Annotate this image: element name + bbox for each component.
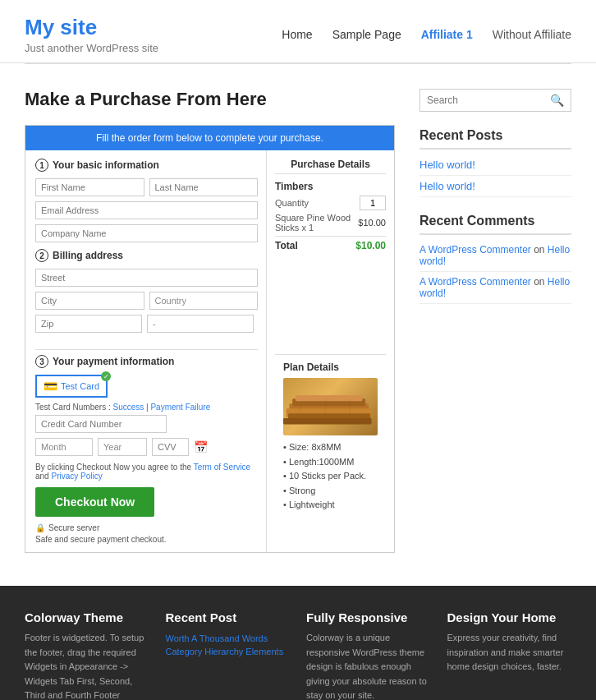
nav-sample-page[interactable]: Sample Page bbox=[332, 28, 401, 41]
privacy-link[interactable]: Privacy Policy bbox=[51, 472, 102, 481]
footer-link1[interactable]: Worth A Thousand Words bbox=[166, 633, 268, 643]
company-row bbox=[35, 224, 258, 242]
comment-author-1[interactable]: A WordPress Commenter bbox=[419, 244, 531, 256]
card-check-icon: ✓ bbox=[101, 371, 111, 381]
svg-rect-4 bbox=[296, 395, 363, 401]
step1-circle: 1 bbox=[35, 159, 48, 172]
zip-input[interactable] bbox=[35, 315, 142, 333]
section3-label: 3 Your payment information bbox=[35, 355, 258, 368]
city-input[interactable] bbox=[35, 292, 144, 310]
footer-link2[interactable]: Category Hierarchy Elements bbox=[166, 647, 284, 656]
footer-col3-text: Colorway is a unique responsive WordPres… bbox=[306, 631, 431, 700]
site-title: My site bbox=[25, 15, 158, 40]
first-name-input[interactable] bbox=[35, 178, 144, 196]
search-button[interactable]: 🔍 bbox=[550, 94, 564, 107]
terms-link[interactable]: Term of Service bbox=[194, 463, 250, 472]
nav-home[interactable]: Home bbox=[282, 28, 312, 41]
recent-post-1[interactable]: Hello world! bbox=[419, 154, 571, 176]
recent-posts-title: Recent Posts bbox=[419, 128, 571, 150]
calendar-icon[interactable]: 📅 bbox=[194, 440, 208, 454]
comment-on-1: on bbox=[534, 244, 548, 256]
main-container: Make a Purchase From Here Fill the order… bbox=[0, 64, 596, 569]
footer-col-1: Colorway Theme Footer is widgetized. To … bbox=[25, 610, 149, 700]
footer-col2-title: Recent Post bbox=[166, 610, 291, 624]
cvv-input[interactable] bbox=[152, 438, 189, 456]
section2-label: 2 Billing address bbox=[35, 249, 258, 262]
year-select[interactable]: Year bbox=[98, 438, 147, 456]
name-row bbox=[35, 178, 258, 196]
street-input[interactable] bbox=[35, 269, 258, 287]
comment-2: A WordPress Commenter on Hello world! bbox=[419, 272, 571, 304]
comment-on-2: on bbox=[534, 276, 548, 288]
step3-circle: 3 bbox=[35, 355, 48, 368]
page-title: Make a Purchase From Here bbox=[25, 89, 395, 110]
item-description: Square Pine Wood Sticks x 1 bbox=[275, 213, 358, 233]
quantity-row: Quantity bbox=[275, 196, 386, 210]
comment-author-2[interactable]: A WordPress Commenter bbox=[419, 276, 531, 288]
lock-icon: 🔒 bbox=[35, 523, 45, 532]
recent-post-2[interactable]: Hello world! bbox=[419, 176, 571, 197]
footer-col1-text: Footer is widgetized. To setup the foote… bbox=[25, 631, 149, 700]
header: My site Just another WordPress site Home… bbox=[0, 0, 596, 64]
svg-rect-5 bbox=[283, 418, 372, 424]
plan-details-title: Plan Details bbox=[283, 362, 378, 373]
test-card-button[interactable]: 💳 Test Card ✓ bbox=[35, 375, 108, 398]
footer: Colorway Theme Footer is widgetized. To … bbox=[0, 586, 596, 700]
footer-col-2: Recent Post Worth A Thousand Words Categ… bbox=[166, 610, 291, 700]
form-columns: 1 Your basic information bbox=[25, 150, 394, 346]
search-input[interactable] bbox=[427, 94, 550, 106]
site-tagline: Just another WordPress site bbox=[25, 42, 158, 54]
total-row: Total $10.00 bbox=[275, 236, 386, 251]
search-box: 🔍 bbox=[419, 89, 571, 112]
street-row bbox=[35, 269, 258, 287]
email-input[interactable] bbox=[35, 201, 258, 219]
footer-col-4: Design Your Home Express your creativity… bbox=[447, 610, 572, 700]
bottom-section: 3 Your payment information 💳 Test Card ✓ bbox=[25, 346, 394, 552]
card-icon: 💳 bbox=[44, 380, 57, 393]
company-input[interactable] bbox=[35, 224, 258, 242]
feature-2: • Length:1000MM bbox=[283, 455, 378, 470]
main-nav: Home Sample Page Affiliate 1 Without Aff… bbox=[282, 28, 571, 41]
success-link[interactable]: Success bbox=[112, 403, 144, 412]
recent-comments-section: Recent Comments A WordPress Commenter on… bbox=[419, 214, 571, 304]
step2-circle: 2 bbox=[35, 249, 48, 262]
feature-4: • Strong bbox=[283, 484, 378, 499]
failure-link[interactable]: Payment Failure bbox=[150, 403, 210, 412]
cc-number-input[interactable] bbox=[35, 415, 167, 433]
city-country-row: Country bbox=[35, 292, 258, 310]
email-row bbox=[35, 201, 258, 219]
purchase-box-header: Fill the order form below to complete yo… bbox=[25, 126, 394, 150]
feature-1: • Size: 8x8MM bbox=[283, 440, 378, 455]
sidebar: 🔍 Recent Posts Hello world! Hello world!… bbox=[419, 89, 571, 553]
quantity-input[interactable] bbox=[360, 196, 386, 210]
expiry-cvv-row: Month Year 📅 bbox=[35, 438, 258, 456]
nav-without-affiliate[interactable]: Without Affiliate bbox=[493, 28, 571, 41]
site-branding: My site Just another WordPress site bbox=[25, 15, 158, 54]
test-card-note: Test Card Numbers : Success | Payment Fa… bbox=[35, 403, 258, 412]
footer-col4-text: Express your creativity, find inspiratio… bbox=[447, 631, 572, 675]
total-label: Total bbox=[275, 240, 298, 251]
plan-details: Plan Details bbox=[267, 346, 394, 552]
content-area: Make a Purchase From Here Fill the order… bbox=[25, 89, 395, 553]
payment-section: 3 Your payment information 💳 Test Card ✓ bbox=[35, 349, 258, 544]
product-name: Timbers bbox=[275, 181, 386, 192]
nav-affiliate1[interactable]: Affiliate 1 bbox=[421, 28, 473, 41]
comment-1: A WordPress Commenter on Hello world! bbox=[419, 240, 571, 272]
purchase-details-title: Purchase Details bbox=[275, 159, 386, 174]
feature-5: • Lightweight bbox=[283, 498, 378, 513]
state-select[interactable]: - bbox=[147, 315, 254, 333]
secure-row: 🔒 Secure server bbox=[35, 523, 258, 532]
footer-col3-title: Fully Responsive bbox=[306, 610, 431, 624]
plan-features: • Size: 8x8MM • Length:1000MM • 10 Stick… bbox=[283, 440, 378, 513]
form-left: 1 Your basic information bbox=[25, 150, 267, 346]
item-price: $10.00 bbox=[358, 218, 386, 228]
footer-grid: Colorway Theme Footer is widgetized. To … bbox=[25, 610, 571, 700]
last-name-input[interactable] bbox=[149, 178, 259, 196]
country-select[interactable]: Country bbox=[149, 292, 259, 310]
month-select[interactable]: Month bbox=[35, 438, 93, 456]
plan-image bbox=[283, 378, 378, 435]
footer-col4-title: Design Your Home bbox=[447, 610, 572, 624]
footer-col-3: Fully Responsive Colorway is a unique re… bbox=[306, 610, 431, 700]
checkout-button[interactable]: Checkout Now bbox=[35, 487, 154, 517]
total-value: $10.00 bbox=[355, 240, 386, 251]
